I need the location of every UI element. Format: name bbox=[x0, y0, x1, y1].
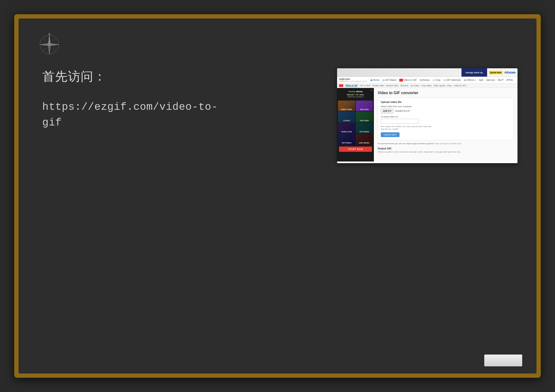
subnav-reverse[interactable]: Reverse bbox=[401, 85, 409, 87]
envato-cell-patterns[interactable]: PATTERNS bbox=[338, 134, 355, 145]
main-text-area: 首先访问： https://ezgif.com/video-to- gif bbox=[42, 68, 218, 130]
svg-text:N: N bbox=[49, 33, 50, 35]
allstate-brand: Allstate bbox=[504, 71, 516, 74]
logo-subtext: ANIMATED GIFS MADE EASY bbox=[339, 81, 367, 82]
logo-text: ezgif.com bbox=[339, 78, 367, 81]
svg-line-7 bbox=[43, 48, 46, 51]
subnav-video-to-jpg[interactable]: Video to JPG bbox=[454, 85, 467, 87]
video-icon bbox=[399, 79, 403, 82]
svg-text:GIF: GIF bbox=[383, 80, 384, 81]
ad-banner: savings stack up. Quote Now Allstate bbox=[337, 68, 518, 77]
file-input-row: 选择文件 未选择任何文件 bbox=[381, 109, 511, 114]
quote-btn[interactable]: Quote Now bbox=[489, 71, 503, 74]
nav-apng-label: APNG bbox=[506, 79, 513, 81]
upload-btn[interactable]: Upload video! bbox=[381, 132, 400, 137]
permanent-label: For permanent links you can use: https:/… bbox=[378, 143, 434, 145]
subnav-video-speed[interactable]: Video speed bbox=[433, 85, 445, 87]
svg-marker-2 bbox=[48, 45, 51, 54]
file-size-text: Max file size: 100MB bbox=[381, 128, 511, 130]
site-logo: ezgif.com ANIMATED GIFS MADE EASY bbox=[339, 78, 367, 82]
nav-resize-label: Resize bbox=[423, 79, 430, 81]
envato-grid: FREE ITEMS ADD-ONS LOGOS VECTORS TEMPLAT bbox=[337, 100, 374, 146]
envato-sidebar: envato elements READY TO USE GRAPHIC ASS… bbox=[337, 88, 374, 162]
nav-webp[interactable]: We:P bbox=[498, 79, 504, 81]
url-text: https://ezgif.com/video-to- gif bbox=[42, 99, 218, 130]
envato-header: envato elements READY TO USE GRAPHIC ASS… bbox=[337, 88, 374, 100]
nav-home-label: Home bbox=[373, 79, 380, 81]
subnav-rotate-video[interactable]: Rotate video bbox=[372, 85, 385, 87]
nav-split-label: Split bbox=[479, 79, 483, 81]
output-note: (Please be patient, video conversion may… bbox=[378, 151, 514, 153]
permanent-example[interactable]: https://example.com/video.mp4 bbox=[435, 143, 461, 145]
video-subnav-icon bbox=[339, 84, 343, 87]
sub-nav: Video to GIF GIF to MP4 Rotate video Res… bbox=[337, 84, 518, 88]
url-label: Or paste video url: bbox=[381, 115, 511, 118]
envato-cell-templates[interactable]: TEMPLATES bbox=[338, 123, 355, 134]
subnav-mute[interactable]: Mute bbox=[447, 85, 452, 87]
nav-resize[interactable]: Resize bbox=[420, 79, 430, 81]
browser-screenshot: savings stack up. Quote Now Allstate ezg… bbox=[337, 68, 518, 163]
url-line1: https://ezgif.com/video-to- bbox=[42, 101, 218, 113]
output-title: Output GIF: bbox=[378, 147, 514, 150]
url-line2: gif bbox=[42, 117, 62, 128]
nav-add-text-label: Add text bbox=[486, 79, 495, 81]
envato-subtitle: READY TO USE bbox=[339, 94, 372, 96]
envato-cell-logos[interactable]: LOGOS bbox=[338, 112, 355, 122]
nav-crop[interactable]: Crop bbox=[432, 79, 441, 81]
envato-cell-vectors[interactable]: VECTORS bbox=[356, 112, 373, 122]
svg-point-22 bbox=[465, 80, 466, 81]
compass-icon: N bbox=[37, 33, 61, 57]
wood-frame: N 首先访问： https://ezgif.com/video-to- gif … bbox=[14, 14, 541, 378]
svg-line-5 bbox=[43, 38, 46, 41]
url-input[interactable] bbox=[381, 119, 419, 124]
file-types-text: MP4, WebM, AVI, MPEG, FLV, MOV, gif and … bbox=[381, 125, 511, 128]
svg-marker-3 bbox=[49, 43, 59, 46]
nav-gif-optimizer-label: GIF Optimizer bbox=[446, 79, 461, 81]
blackboard: N 首先访问： https://ezgif.com/video-to- gif … bbox=[19, 19, 536, 373]
nav-gif-maker[interactable]: GIF GIF Maker bbox=[382, 79, 396, 81]
intro-text: 首先访问： bbox=[42, 68, 218, 85]
envato-start-btn[interactable]: START NOW bbox=[339, 147, 372, 152]
nav-video-to-gif[interactable]: Video to GIF bbox=[399, 79, 417, 82]
svg-marker-4 bbox=[40, 43, 49, 46]
nav-crop-label: Crop bbox=[435, 79, 441, 81]
svg-text:envato elements: envato elements bbox=[349, 90, 363, 93]
content-area: envato elements READY TO USE GRAPHIC ASS… bbox=[337, 88, 518, 162]
subnav-gif-to-mp4[interactable]: GIF to MP4 bbox=[360, 85, 371, 87]
svg-text:G: G bbox=[444, 80, 445, 81]
ad-savings-text: savings stack up. bbox=[465, 71, 483, 74]
nav-home[interactable]: Home bbox=[370, 79, 380, 81]
envato-cell-textures[interactable]: TEXTURES bbox=[356, 123, 373, 134]
nav-effects-label: Effects » bbox=[467, 79, 476, 81]
subnav-crop-video[interactable]: Crop video bbox=[421, 85, 431, 87]
nav-webp-label: We:P bbox=[498, 79, 504, 81]
envato-cell-free-items[interactable]: FREE ITEMS bbox=[338, 100, 355, 111]
upload-title: Upload video file bbox=[381, 100, 511, 103]
file-chosen-text: 未选择任何文件 bbox=[395, 110, 410, 113]
file-choose-btn[interactable]: 选择文件 bbox=[381, 109, 394, 114]
nav-add-text[interactable]: Add text bbox=[486, 79, 495, 81]
svg-line-6 bbox=[53, 38, 56, 41]
main-content: Video to GIF converter Upload video file… bbox=[374, 88, 518, 162]
svg-marker-1 bbox=[48, 35, 51, 45]
nav-bar: ezgif.com ANIMATED GIFS MADE EASY Home G… bbox=[337, 77, 518, 84]
subnav-resize-video[interactable]: Resize video bbox=[386, 85, 399, 87]
envato-cell-addons[interactable]: ADD-ONS bbox=[356, 100, 373, 111]
envato-close-btn[interactable]: × bbox=[371, 89, 372, 92]
subnav-cut-video[interactable]: Cut video bbox=[410, 85, 419, 87]
nav-split[interactable]: Split bbox=[479, 79, 483, 81]
page-title: Video to GIF converter bbox=[378, 91, 514, 95]
nav-gif-maker-label: GIF Maker bbox=[385, 79, 396, 81]
envato-logo: envato elements bbox=[339, 90, 372, 93]
svg-line-8 bbox=[53, 48, 56, 51]
select-label: Select video from your computer: bbox=[381, 105, 511, 108]
nav-gif-optimizer[interactable]: G GIF Optimizer bbox=[443, 79, 461, 81]
nav-apng[interactable]: APNG bbox=[506, 79, 513, 81]
permanent-link: For permanent links you can use: https:/… bbox=[378, 143, 514, 145]
subnav-video-to-gif[interactable]: Video to GIF bbox=[345, 84, 358, 87]
nav-effects[interactable]: Effects » bbox=[464, 79, 476, 81]
envato-cell-more[interactable]: AND MORE! bbox=[356, 134, 373, 145]
svg-point-9 bbox=[49, 44, 50, 45]
envato-sub2: GRAPHIC ASSETS bbox=[339, 96, 372, 98]
upload-box: Upload video file Select video from your… bbox=[378, 98, 514, 140]
